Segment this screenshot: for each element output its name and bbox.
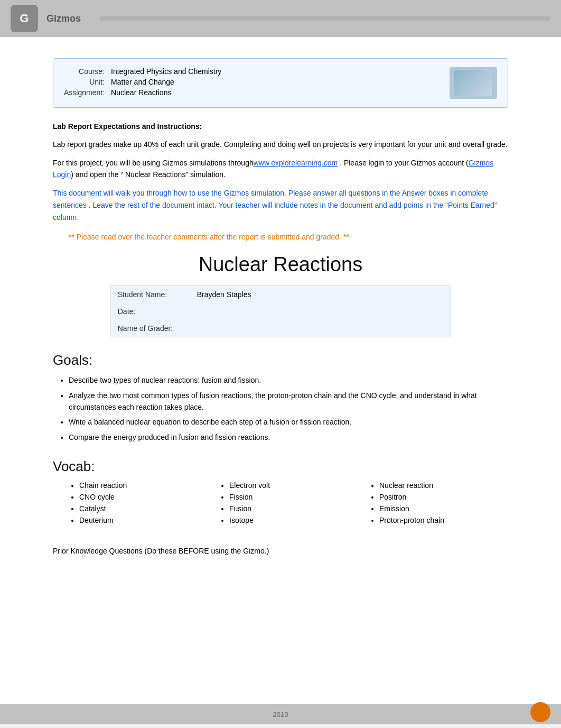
footer-year: 2019 [273, 711, 288, 718]
list-item: Nuclear reaction [379, 481, 508, 490]
assignment-value: Nuclear Reactions [111, 88, 221, 97]
footer-circle-icon [530, 702, 550, 722]
note-orange: ** Please read over the teacher comments… [69, 231, 508, 243]
list-item: Analyze the two most common types of fus… [69, 390, 508, 413]
vocab-col-2: Electron volt Fission Fusion Isotope [219, 481, 358, 528]
vocab-list-3: Nuclear reaction Positron Emission Proto… [369, 481, 508, 524]
lab-report-text: Lab report grades make up 40% of each un… [53, 139, 508, 150]
list-item: Write a balanced nuclear equation to des… [69, 417, 508, 428]
course-value: Integrated Physics and Chemistry [111, 67, 221, 76]
top-bar: G Gizmos [0, 0, 561, 37]
table-row: Student Name: Brayden Staples [110, 286, 451, 303]
list-item: Fusion [229, 504, 358, 513]
course-thumbnail-image [454, 70, 492, 96]
list-item: Fission [229, 493, 358, 501]
document-title: Nuclear Reactions [53, 253, 508, 276]
student-info-box: Student Name: Brayden Staples Date: Name… [110, 285, 452, 337]
vocab-grid: Chain reaction CNO cycle Catalyst Deuter… [69, 481, 508, 528]
app-logo: G [11, 5, 38, 32]
vocab-list-1: Chain reaction CNO cycle Catalyst Deuter… [69, 481, 208, 524]
list-item: Describe two types of nuclear reactions:… [69, 375, 508, 386]
date-label: Date: [110, 303, 190, 320]
list-item: Electron volt [229, 481, 358, 490]
vocab-list-2: Electron volt Fission Fusion Isotope [219, 481, 358, 524]
list-item: CNO cycle [79, 493, 208, 501]
logo-char: G [20, 12, 29, 25]
list-item: Catalyst [79, 504, 208, 513]
unit-value: Matter and Change [111, 78, 221, 86]
grader-label: Name of Grader: [110, 320, 190, 337]
table-row: Date: [110, 303, 451, 320]
list-item: Deuterium [79, 516, 208, 524]
vocab-heading: Vocab: [53, 458, 508, 475]
list-item: Positron [379, 493, 508, 501]
list-item: Proton-proton chain [379, 516, 508, 524]
vocab-col-1: Chain reaction CNO cycle Catalyst Deuter… [69, 481, 208, 528]
goals-list: Describe two types of nuclear reactions:… [69, 375, 508, 443]
course-label: Course: [64, 67, 105, 76]
gizmos-intro-text: For this project, you will be using Gizm… [53, 157, 508, 181]
course-info-table: Course: Integrated Physics and Chemistry… [64, 67, 221, 97]
list-item: Isotope [229, 516, 358, 524]
progress-bar [100, 16, 550, 21]
page-content: Course: Integrated Physics and Chemistry… [0, 37, 561, 724]
grader-value [190, 320, 451, 337]
student-name-value: Brayden Staples [190, 286, 451, 303]
vocab-col-3: Nuclear reaction Positron Emission Proto… [369, 481, 508, 528]
prior-knowledge-text: Prior Knowledge Questions (Do these BEFO… [53, 547, 508, 555]
list-item: Chain reaction [79, 481, 208, 490]
course-info-box: Course: Integrated Physics and Chemistry… [53, 58, 508, 108]
assignment-label: Assignment: [64, 88, 105, 97]
explorelearning-link[interactable]: www.explorelearning.com [254, 159, 338, 167]
goals-heading: Goals: [53, 352, 508, 368]
instruction-blue: This document will walk you through how … [53, 187, 508, 224]
list-item: Emission [379, 504, 508, 513]
date-value [190, 303, 451, 320]
list-item: Compare the energy produced in fusion an… [69, 432, 508, 444]
student-info-table: Student Name: Brayden Staples Date: Name… [110, 286, 451, 337]
course-thumbnail [450, 67, 497, 99]
footer-bar: 2019 [0, 704, 561, 724]
app-title: Gizmos [46, 13, 81, 24]
lab-report-heading: Lab Report Expectations and Instructions… [53, 121, 508, 132]
unit-label: Unit: [64, 78, 105, 86]
table-row: Name of Grader: [110, 320, 451, 337]
student-name-label: Student Name: [110, 286, 190, 303]
